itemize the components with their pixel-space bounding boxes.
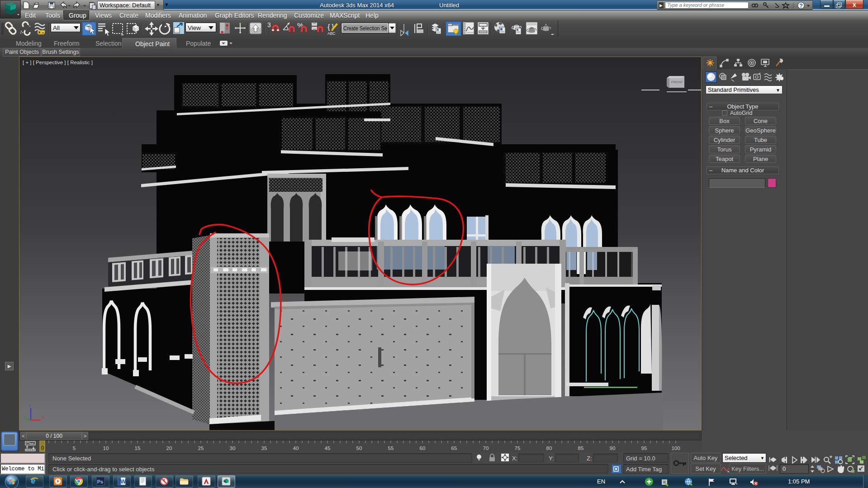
svg-text:Ps: Ps bbox=[97, 479, 103, 484]
svg-text:0: 0 bbox=[41, 445, 44, 450]
svg-text:3: 3 bbox=[267, 21, 271, 28]
svg-text:50: 50 bbox=[356, 445, 362, 451]
svg-text:x: x bbox=[42, 415, 44, 420]
svg-text:45: 45 bbox=[325, 445, 331, 451]
svg-text:70: 70 bbox=[483, 445, 489, 451]
svg-text:All: All bbox=[53, 24, 60, 31]
svg-text:5: 5 bbox=[73, 445, 76, 451]
svg-text:65: 65 bbox=[451, 445, 457, 451]
svg-text:[ + ] [ Perspective ] [ Realis: [ + ] [ Perspective ] [ Realistic ] bbox=[23, 60, 93, 65]
svg-text:95: 95 bbox=[641, 445, 647, 451]
svg-text:z: z bbox=[29, 403, 31, 407]
svg-text:75: 75 bbox=[515, 445, 521, 451]
svg-text:25: 25 bbox=[198, 445, 204, 451]
svg-text:100: 100 bbox=[671, 445, 680, 451]
svg-text:20: 20 bbox=[166, 445, 172, 451]
svg-text:55: 55 bbox=[388, 445, 394, 451]
svg-text:Create Selection Se: Create Selection Se bbox=[343, 25, 387, 32]
svg-text:85: 85 bbox=[578, 445, 584, 451]
svg-text:y: y bbox=[24, 414, 26, 418]
svg-text:10: 10 bbox=[103, 445, 109, 451]
svg-text:ABC: ABC bbox=[327, 31, 335, 36]
svg-text:W: W bbox=[120, 478, 126, 485]
svg-text:30: 30 bbox=[230, 445, 236, 451]
svg-text:80: 80 bbox=[546, 445, 552, 451]
svg-text:35: 35 bbox=[261, 445, 267, 451]
svg-text:View: View bbox=[188, 24, 201, 31]
svg-text:90: 90 bbox=[610, 445, 616, 451]
svg-text:15: 15 bbox=[135, 445, 141, 451]
svg-text:?: ? bbox=[799, 3, 802, 9]
svg-text:40: 40 bbox=[293, 445, 299, 451]
svg-text:FRONT: FRONT bbox=[671, 80, 683, 84]
svg-text:60: 60 bbox=[420, 445, 426, 451]
